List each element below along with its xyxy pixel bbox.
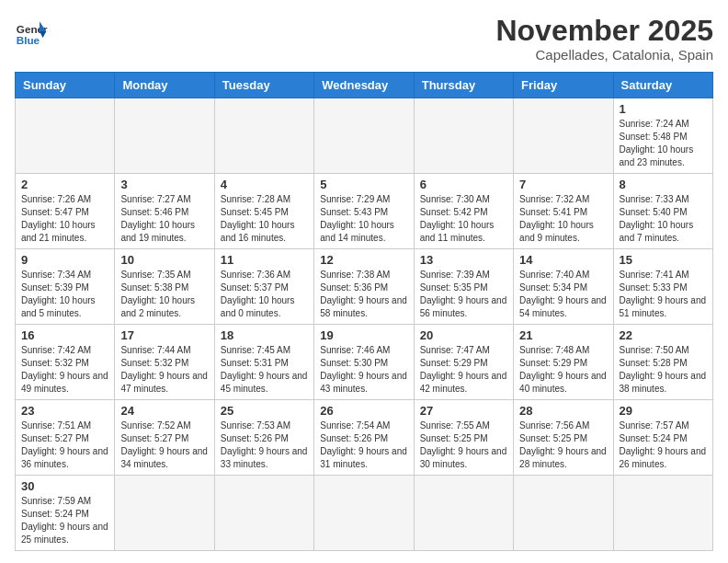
day-cell: 12Sunrise: 7:38 AM Sunset: 5:36 PM Dayli… [314, 249, 414, 325]
month-year: November 2025 [495, 15, 713, 47]
day-cell: 15Sunrise: 7:41 AM Sunset: 5:33 PM Dayli… [613, 249, 712, 325]
day-number: 17 [120, 328, 208, 342]
day-cell [414, 476, 513, 551]
day-number: 8 [620, 178, 707, 191]
day-number: 11 [221, 253, 308, 267]
day-cell: 19Sunrise: 7:46 AM Sunset: 5:30 PM Dayli… [314, 325, 414, 400]
week-row-0: 1Sunrise: 7:24 AM Sunset: 5:48 PM Daylig… [16, 98, 713, 174]
day-number: 30 [21, 479, 108, 493]
header-thursday: Thursday [414, 73, 513, 98]
day-info: Sunrise: 7:48 AM Sunset: 5:29 PM Dayligh… [519, 344, 607, 396]
day-cell: 21Sunrise: 7:48 AM Sunset: 5:29 PM Dayli… [514, 325, 613, 400]
day-cell [16, 98, 115, 174]
day-cell: 11Sunrise: 7:36 AM Sunset: 5:37 PM Dayli… [214, 249, 313, 325]
day-info: Sunrise: 7:38 AM Sunset: 5:36 PM Dayligh… [320, 269, 407, 320]
day-info: Sunrise: 7:47 AM Sunset: 5:29 PM Dayligh… [420, 344, 507, 396]
day-cell: 18Sunrise: 7:45 AM Sunset: 5:31 PM Dayli… [214, 325, 313, 400]
day-cell: 10Sunrise: 7:35 AM Sunset: 5:38 PM Dayli… [115, 249, 214, 325]
day-cell: 5Sunrise: 7:29 AM Sunset: 5:43 PM Daylig… [314, 174, 414, 249]
day-cell: 14Sunrise: 7:40 AM Sunset: 5:34 PM Dayli… [514, 249, 613, 325]
day-info: Sunrise: 7:59 AM Sunset: 5:24 PM Dayligh… [21, 495, 108, 546]
day-cell [613, 476, 712, 551]
day-cell [115, 476, 214, 551]
header-saturday: Saturday [613, 73, 712, 98]
day-number: 18 [221, 328, 308, 342]
day-number: 14 [519, 253, 607, 267]
logo: General Blue [15, 15, 48, 48]
day-info: Sunrise: 7:50 AM Sunset: 5:28 PM Dayligh… [620, 344, 707, 396]
day-cell [115, 98, 214, 174]
day-number: 2 [21, 178, 108, 191]
day-info: Sunrise: 7:44 AM Sunset: 5:32 PM Dayligh… [120, 344, 208, 396]
day-number: 25 [221, 404, 308, 418]
day-cell: 30Sunrise: 7:59 AM Sunset: 5:24 PM Dayli… [16, 476, 115, 551]
day-info: Sunrise: 7:35 AM Sunset: 5:38 PM Dayligh… [120, 269, 208, 320]
week-row-4: 23Sunrise: 7:51 AM Sunset: 5:27 PM Dayli… [16, 400, 713, 476]
day-cell: 28Sunrise: 7:56 AM Sunset: 5:25 PM Dayli… [514, 400, 613, 476]
day-cell: 29Sunrise: 7:57 AM Sunset: 5:24 PM Dayli… [613, 400, 712, 476]
day-cell [414, 98, 513, 174]
day-number: 9 [21, 253, 108, 267]
day-number: 29 [620, 404, 707, 418]
day-number: 27 [420, 404, 507, 418]
header-wednesday: Wednesday [314, 73, 414, 98]
day-info: Sunrise: 7:41 AM Sunset: 5:33 PM Dayligh… [620, 269, 707, 320]
day-number: 26 [320, 404, 407, 418]
location: Capellades, Catalonia, Spain [495, 47, 713, 63]
day-cell: 25Sunrise: 7:53 AM Sunset: 5:26 PM Dayli… [214, 400, 313, 476]
day-cell [314, 98, 414, 174]
day-info: Sunrise: 7:56 AM Sunset: 5:25 PM Dayligh… [519, 419, 607, 471]
day-info: Sunrise: 7:29 AM Sunset: 5:43 PM Dayligh… [320, 193, 407, 245]
day-cell: 1Sunrise: 7:24 AM Sunset: 5:48 PM Daylig… [613, 98, 712, 174]
day-number: 13 [420, 253, 507, 267]
day-info: Sunrise: 7:46 AM Sunset: 5:30 PM Dayligh… [320, 344, 407, 396]
week-row-3: 16Sunrise: 7:42 AM Sunset: 5:32 PM Dayli… [16, 325, 713, 400]
day-info: Sunrise: 7:40 AM Sunset: 5:34 PM Dayligh… [519, 269, 607, 320]
calendar: Sunday Monday Tuesday Wednesday Thursday… [15, 72, 713, 551]
day-info: Sunrise: 7:36 AM Sunset: 5:37 PM Dayligh… [221, 269, 308, 320]
day-cell: 9Sunrise: 7:34 AM Sunset: 5:39 PM Daylig… [16, 249, 115, 325]
day-number: 12 [320, 253, 407, 267]
calendar-header-row: Sunday Monday Tuesday Wednesday Thursday… [16, 73, 713, 98]
day-number: 22 [620, 328, 707, 342]
header-friday: Friday [514, 73, 613, 98]
title-area: November 2025 Capellades, Catalonia, Spa… [495, 15, 713, 63]
day-number: 7 [519, 178, 607, 191]
day-number: 5 [320, 178, 407, 191]
day-number: 16 [21, 328, 108, 342]
day-cell: 17Sunrise: 7:44 AM Sunset: 5:32 PM Dayli… [115, 325, 214, 400]
day-number: 23 [21, 404, 108, 418]
day-cell: 4Sunrise: 7:28 AM Sunset: 5:45 PM Daylig… [214, 174, 313, 249]
day-number: 28 [519, 404, 607, 418]
day-number: 24 [120, 404, 208, 418]
day-info: Sunrise: 7:39 AM Sunset: 5:35 PM Dayligh… [420, 269, 507, 320]
day-cell: 26Sunrise: 7:54 AM Sunset: 5:26 PM Dayli… [314, 400, 414, 476]
day-cell: 24Sunrise: 7:52 AM Sunset: 5:27 PM Dayli… [115, 400, 214, 476]
day-number: 1 [620, 102, 707, 116]
day-cell: 13Sunrise: 7:39 AM Sunset: 5:35 PM Dayli… [414, 249, 513, 325]
day-info: Sunrise: 7:42 AM Sunset: 5:32 PM Dayligh… [21, 344, 108, 396]
day-cell: 2Sunrise: 7:26 AM Sunset: 5:47 PM Daylig… [16, 174, 115, 249]
day-number: 4 [221, 178, 308, 191]
day-info: Sunrise: 7:55 AM Sunset: 5:25 PM Dayligh… [420, 419, 507, 471]
day-cell: 7Sunrise: 7:32 AM Sunset: 5:41 PM Daylig… [514, 174, 613, 249]
day-cell: 3Sunrise: 7:27 AM Sunset: 5:46 PM Daylig… [115, 174, 214, 249]
day-number: 19 [320, 328, 407, 342]
day-cell [514, 476, 613, 551]
day-number: 3 [120, 178, 208, 191]
day-cell: 16Sunrise: 7:42 AM Sunset: 5:32 PM Dayli… [16, 325, 115, 400]
day-info: Sunrise: 7:24 AM Sunset: 5:48 PM Dayligh… [620, 118, 707, 169]
day-cell: 20Sunrise: 7:47 AM Sunset: 5:29 PM Dayli… [414, 325, 513, 400]
day-number: 10 [120, 253, 208, 267]
day-info: Sunrise: 7:53 AM Sunset: 5:26 PM Dayligh… [221, 419, 308, 471]
day-number: 20 [420, 328, 507, 342]
day-cell: 6Sunrise: 7:30 AM Sunset: 5:42 PM Daylig… [414, 174, 513, 249]
week-row-2: 9Sunrise: 7:34 AM Sunset: 5:39 PM Daylig… [16, 249, 713, 325]
day-cell: 23Sunrise: 7:51 AM Sunset: 5:27 PM Dayli… [16, 400, 115, 476]
header-monday: Monday [115, 73, 214, 98]
day-info: Sunrise: 7:32 AM Sunset: 5:41 PM Dayligh… [519, 193, 607, 245]
day-number: 6 [420, 178, 507, 191]
day-info: Sunrise: 7:51 AM Sunset: 5:27 PM Dayligh… [21, 419, 108, 471]
day-info: Sunrise: 7:57 AM Sunset: 5:24 PM Dayligh… [620, 419, 707, 471]
day-info: Sunrise: 7:34 AM Sunset: 5:39 PM Dayligh… [21, 269, 108, 320]
